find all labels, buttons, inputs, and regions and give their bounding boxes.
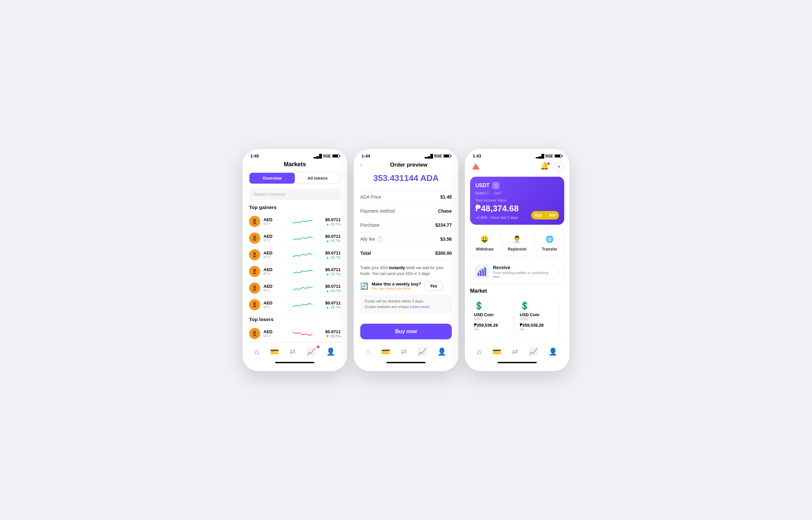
coin-sub-5: MTX (264, 289, 280, 292)
gainers-list: ₿ AED MTX $0.0711 ▲ 39.7% (249, 213, 341, 313)
market-coin-sub-2: USDC (520, 317, 555, 321)
weekly-label: Make this a weekly buy? (372, 282, 421, 286)
svg-point-6 (485, 267, 486, 268)
detail-purchase: Purchase $234.77 (360, 218, 452, 232)
phone-wallet: 1:43 ▂▄█ 5GE 🔔 (465, 149, 569, 371)
transfer-button[interactable]: 🌐 Transfer (535, 229, 564, 255)
detail-value-total: $300.00 (435, 251, 452, 256)
loser-row-1[interactable]: ₿ AED MTX $0.0711 ▼ 39.7% (249, 325, 341, 342)
wallet-icon-2: 💳 (381, 347, 390, 356)
market-card-2[interactable]: 💲 USD Coin USDC ₱359,536.28 +0 (516, 297, 558, 335)
top-losers-label: Top losers (249, 316, 341, 322)
market-coin-sub-1: USDT (474, 317, 509, 321)
nav-exchange-3[interactable]: ⇄ (509, 346, 521, 357)
bottom-nav-3: ⌂ 💳 ⇄ 📈 👤 (465, 343, 569, 359)
market-coin-price-2: ₱359,536.28 (520, 323, 555, 328)
gainer-row-3[interactable]: ₿ AED MTX $0.0711 ▲ 39.7% (249, 246, 341, 263)
sparkline-loser-1 (280, 330, 325, 337)
coin-sub-loser-1: MTX (264, 334, 280, 338)
nav-home-2[interactable]: ⌂ (363, 346, 373, 357)
receive-title: Receive (493, 265, 554, 270)
nav-chart-2[interactable]: 📈 (415, 346, 430, 357)
tab-overview[interactable]: Overview (249, 173, 295, 184)
buy-sell-group: Buy Sell (531, 211, 559, 219)
market-cards: 💲 USD Coin USDT ₱359,536.28 +0 💲 USD Coi… (470, 297, 564, 335)
gainer-row-5[interactable]: ₿ AED MTX $0.0711 ▲ 39.7% (249, 280, 341, 296)
tab-all-tokens[interactable]: All tokens (295, 173, 340, 184)
detail-value-fee: $3.56 (440, 236, 452, 242)
replenish-button[interactable]: 👨‍💼 Replenish (502, 229, 532, 255)
nav-chart-1[interactable]: 📈 (303, 346, 319, 357)
gainer-row-1[interactable]: ₿ AED MTX $0.0711 ▲ 39.7% (249, 213, 341, 230)
buy-button[interactable]: Buy (531, 211, 545, 219)
nav-exchange-2[interactable]: ⇄ (397, 346, 410, 357)
gainer-row-6[interactable]: ₿ AED MTX $0.0711 ▲ 39.7% (249, 296, 341, 313)
search-currency-input[interactable]: Search Currency (249, 188, 341, 200)
wallet-icon-3: 💳 (492, 347, 501, 356)
nav-profile-3[interactable]: 👤 (545, 346, 561, 357)
coin-sub-2: MTX (264, 239, 280, 242)
receive-card[interactable]: Receive From existing wallets or somethi… (470, 260, 564, 284)
token-label: USDT (475, 183, 490, 188)
markets-tab-group: Overview All tokens (249, 173, 341, 184)
wallet-icon-1: 💳 (270, 347, 279, 356)
coin-price-5: $0.0711 (325, 284, 341, 289)
nav-home-3[interactable]: ⌂ (474, 346, 485, 357)
bottom-nav-1: ⌂ 💳 ⇄ 📈 👤 (243, 343, 347, 359)
profile-icon-3: 👤 (548, 347, 557, 356)
bottom-nav-2: ⌂ 💳 ⇄ 📈 👤 (354, 343, 458, 359)
status-bar-3: 1:43 ▂▄█ 5GE (465, 149, 569, 161)
market-coin-change-2: +0 (520, 328, 555, 331)
withdraw-button[interactable]: 🤑 Withdraw (470, 229, 499, 255)
back-button[interactable]: ‹ (360, 161, 363, 168)
detail-label-payment: Payment method (360, 208, 395, 214)
fee-info-icon[interactable]: ? (377, 236, 383, 242)
yes-button[interactable]: Yes (424, 281, 443, 291)
coin-change-5: ▲ 39.7% (325, 289, 341, 293)
buy-now-button[interactable]: Buy now (360, 324, 452, 339)
add-button[interactable]: + (554, 162, 564, 172)
coin-price-col-4: $0.0711 ▲ 39.7% (325, 267, 341, 276)
nav-wallet-1[interactable]: 💳 (267, 346, 282, 357)
nav-profile-2[interactable]: 👤 (434, 346, 449, 357)
chart-icon-3: 📈 (529, 347, 538, 356)
notification-button[interactable]: 🔔 (540, 162, 550, 172)
coin-info-1: AED MTX (264, 217, 280, 226)
phone-order: 1:44 ▂▄█ 5GE ‹ Order preview 353.431144 … (354, 149, 458, 371)
gainer-row-4[interactable]: ₿ AED MTX $0.0711 ▲ 39.7% (249, 263, 341, 280)
nav-home-1[interactable]: ⌂ (251, 346, 262, 357)
sell-button[interactable]: Sell (546, 211, 559, 219)
receive-chart-icon (475, 265, 489, 279)
nav-exchange-1[interactable]: ⇄ (286, 346, 299, 357)
nav-profile-1[interactable]: 👤 (323, 346, 338, 357)
svg-rect-3 (480, 271, 482, 276)
coin-sub-4: MTX (264, 272, 280, 276)
nav-wallet-2[interactable]: 💳 (378, 346, 393, 357)
signal-icon-3: ▂▄█ 5GE (536, 154, 553, 158)
market-coin-price-1: ₱359,536.28 (474, 323, 509, 328)
nav-chart-3[interactable]: 📈 (526, 346, 541, 357)
market-card-1[interactable]: 💲 USD Coin USDT ₱359,536.28 +0 (470, 297, 513, 335)
replenish-label: Replenish (508, 247, 526, 252)
home-icon-3: ⌂ (477, 347, 481, 356)
status-bar-1: 1:45 ▂▄█ 5GE (243, 149, 347, 161)
market-coin-icon-1: 💲 (474, 301, 509, 310)
coin-change-4: ▲ 39.7% (325, 272, 341, 276)
coin-change-2: ▲ 39.7% (325, 239, 341, 243)
token-icon: ⬡ (492, 182, 499, 189)
chart-icon-2: 📈 (418, 347, 426, 356)
markets-title: Markets (249, 161, 341, 168)
withdraw-label: Withdraw (476, 247, 494, 252)
gainer-row-2[interactable]: ₿ AED MTX $0.0711 ▲ 39.7% (249, 230, 341, 246)
weekly-icon: 🔄 (360, 282, 368, 290)
order-details: ADA Price $1.45 Payment method Chase Pur… (360, 190, 452, 260)
sparkline-6 (280, 301, 325, 309)
time-3: 1:43 (473, 154, 481, 158)
time-2: 1:44 (362, 154, 370, 158)
market-coin-name-1: USD Coin (474, 312, 509, 317)
learn-more-link[interactable]: Learn more (410, 305, 429, 309)
transfer-icon: 🌐 (544, 233, 556, 245)
order-amount: 353.431144 ADA (360, 173, 452, 183)
detail-payment: Payment method Chase (360, 204, 452, 218)
nav-wallet-3[interactable]: 💳 (489, 346, 505, 357)
